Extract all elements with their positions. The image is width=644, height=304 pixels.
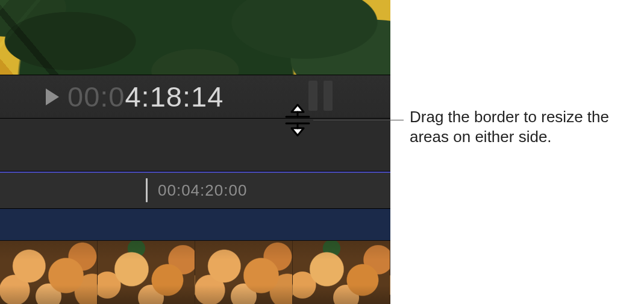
audio-meter-bar-right xyxy=(324,81,333,111)
timecode-dim-segment: 00:0 xyxy=(67,80,125,113)
callout-text: Drag the border to resize the areas on e… xyxy=(410,107,633,146)
pane-divider[interactable] xyxy=(0,118,390,172)
viewer-pane xyxy=(0,0,390,75)
callout-leader-line xyxy=(313,120,404,120)
clip-thumbnail xyxy=(293,241,390,304)
timeline-ruler[interactable]: 00:04:20:00 xyxy=(0,172,390,208)
ruler-timecode-label: 00:04:20:00 xyxy=(158,181,247,200)
playhead-marker[interactable] xyxy=(146,178,148,202)
timecode-bright-segment: 4:18:14 xyxy=(125,80,224,113)
clip-thumbnail xyxy=(195,241,293,304)
clip-thumbnail xyxy=(0,241,98,304)
audio-meter xyxy=(308,81,333,111)
clip-thumbnail xyxy=(98,241,195,304)
play-icon[interactable] xyxy=(46,88,59,105)
audio-meter-bar-left xyxy=(308,81,317,111)
timeline-gap-lane xyxy=(0,208,390,240)
video-editor-crop: 00:0 4:18:14 00:04:20:00 xyxy=(0,0,390,304)
timecode-display[interactable]: 00:0 4:18:14 xyxy=(67,80,224,113)
annotated-figure: 00:0 4:18:14 00:04:20:00 xyxy=(0,0,644,304)
timeline-clip-filmstrip[interactable] xyxy=(0,240,390,304)
timecode-toolbar: 00:0 4:18:14 xyxy=(0,75,390,118)
